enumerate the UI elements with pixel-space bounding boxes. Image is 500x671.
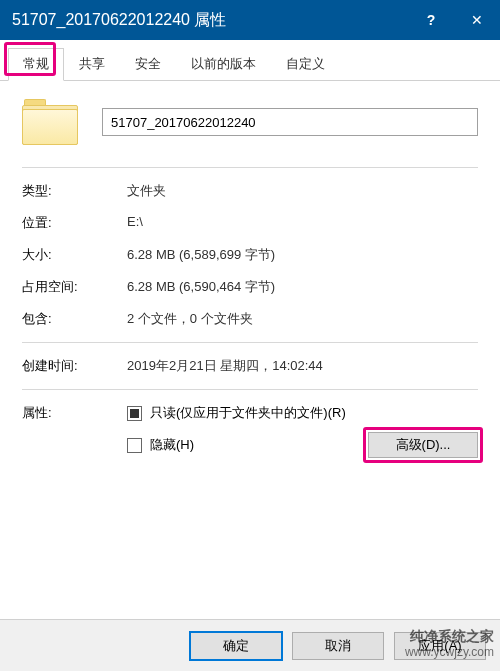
folder-icon — [22, 99, 78, 145]
window-title: 51707_20170622012240 属性 — [12, 10, 408, 31]
type-value: 文件夹 — [127, 182, 478, 200]
hidden-checkbox[interactable] — [127, 438, 142, 453]
separator — [22, 167, 478, 168]
size-label: 大小: — [22, 246, 127, 264]
tab-security[interactable]: 安全 — [120, 48, 176, 80]
contains-value: 2 个文件，0 个文件夹 — [127, 310, 478, 328]
created-label: 创建时间: — [22, 357, 127, 375]
size-on-disk-label: 占用空间: — [22, 278, 127, 296]
readonly-checkbox[interactable] — [127, 406, 142, 421]
readonly-label: 只读(仅应用于文件夹中的文件)(R) — [150, 404, 346, 422]
tab-strip: 常规 共享 安全 以前的版本 自定义 — [0, 40, 500, 81]
tab-customize[interactable]: 自定义 — [271, 48, 340, 80]
cancel-button[interactable]: 取消 — [292, 632, 384, 660]
location-value: E:\ — [127, 214, 478, 232]
titlebar: 51707_20170622012240 属性 ? ✕ — [0, 0, 500, 40]
separator — [22, 389, 478, 390]
size-value: 6.28 MB (6,589,699 字节) — [127, 246, 478, 264]
advanced-button[interactable]: 高级(D)... — [368, 432, 478, 458]
tab-general[interactable]: 常规 — [8, 48, 64, 81]
general-panel: 类型: 文件夹 位置: E:\ 大小: 6.28 MB (6,589,699 字… — [0, 81, 500, 478]
tab-sharing[interactable]: 共享 — [64, 48, 120, 80]
folder-name-input[interactable] — [102, 108, 478, 136]
created-value: 2019年2月21日 星期四，14:02:44 — [127, 357, 478, 375]
tab-previous-versions[interactable]: 以前的版本 — [176, 48, 271, 80]
contains-label: 包含: — [22, 310, 127, 328]
dialog-button-bar: 确定 取消 应用(A) — [0, 619, 500, 671]
type-label: 类型: — [22, 182, 127, 200]
location-label: 位置: — [22, 214, 127, 232]
ok-button[interactable]: 确定 — [190, 632, 282, 660]
separator — [22, 342, 478, 343]
size-on-disk-value: 6.28 MB (6,590,464 字节) — [127, 278, 478, 296]
help-button[interactable]: ? — [408, 0, 454, 40]
hidden-label: 隐藏(H) — [150, 436, 194, 454]
apply-button[interactable]: 应用(A) — [394, 632, 486, 660]
attributes-label: 属性: — [22, 404, 127, 468]
close-button[interactable]: ✕ — [454, 0, 500, 40]
